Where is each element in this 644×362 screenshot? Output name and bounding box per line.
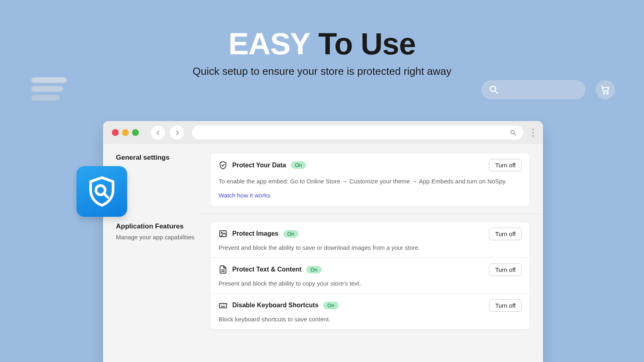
maximize-window-icon[interactable] xyxy=(132,129,139,136)
application-features-sub: Manage your app capabilities xyxy=(116,234,204,241)
protect-images-title: Protect Images xyxy=(232,230,279,237)
watch-how-link[interactable]: Watch how it works xyxy=(219,192,270,199)
forward-button[interactable] xyxy=(170,125,184,140)
svg-point-9 xyxy=(221,232,222,233)
protect-data-card: Protect Your Data On Turn off To enable … xyxy=(210,153,530,207)
disable-keyboard-title: Disable Keyboard Shortcuts xyxy=(232,302,318,309)
shield-check-icon xyxy=(219,161,227,170)
back-button[interactable] xyxy=(151,125,165,140)
image-icon xyxy=(219,229,227,238)
svg-rect-12 xyxy=(219,303,227,308)
app-logo xyxy=(76,166,127,217)
arrow-left-icon xyxy=(155,129,162,136)
browser-window: General settings Protect Your Data On Tu… xyxy=(103,121,543,362)
turn-off-button[interactable]: Turn off xyxy=(489,263,522,276)
document-icon xyxy=(219,265,227,274)
hero-title: EASY To Use xyxy=(0,26,644,61)
shield-search-icon xyxy=(85,175,118,208)
status-badge-on: On xyxy=(283,230,298,238)
more-menu-button[interactable] xyxy=(532,128,534,137)
disable-keyboard-row: Disable Keyboard Shortcuts On Turn off B… xyxy=(211,294,530,329)
turn-off-button[interactable]: Turn off xyxy=(489,159,522,171)
protect-text-title: Protect Text & Content xyxy=(232,266,301,273)
cart-icon xyxy=(600,84,611,95)
disable-keyboard-desc: Block keyboard shortcuts to save content… xyxy=(219,316,522,323)
turn-off-button[interactable]: Turn off xyxy=(489,228,522,240)
turn-off-button[interactable]: Turn off xyxy=(489,299,522,312)
hero-title-rest: To Use xyxy=(310,27,416,61)
search-icon xyxy=(510,129,517,136)
status-badge-on: On xyxy=(306,266,321,274)
svg-point-2 xyxy=(603,93,605,94)
protect-text-desc: Present and block the ability to copy yo… xyxy=(219,280,522,287)
protect-images-row: Protect Images On Turn off Prevent and b… xyxy=(211,222,530,257)
protect-text-row: Protect Text & Content On Turn off Prese… xyxy=(211,258,530,293)
hero-subtitle: Quick setup to ensure your store is prot… xyxy=(0,65,644,78)
address-bar[interactable] xyxy=(192,125,523,140)
keyboard-icon xyxy=(219,301,227,310)
svg-point-3 xyxy=(607,93,608,94)
search-icon xyxy=(489,84,499,95)
protect-data-title: Protect Your Data xyxy=(232,162,286,169)
window-traffic-lights xyxy=(112,129,139,136)
protect-images-desc: Prevent and block the ability to save or… xyxy=(219,244,522,251)
status-badge-on: On xyxy=(323,302,338,309)
status-badge-on: On xyxy=(291,161,306,169)
hero-title-bold: EASY xyxy=(229,27,310,61)
svg-line-1 xyxy=(495,91,497,93)
svg-line-7 xyxy=(514,133,516,135)
arrow-right-icon xyxy=(173,129,181,136)
hamburger-menu-icon[interactable] xyxy=(31,77,67,104)
features-card: Protect Images On Turn off Prevent and b… xyxy=(210,222,530,329)
browser-titlebar xyxy=(103,121,543,144)
protect-data-desc: To enable the app embed: Go to Online St… xyxy=(219,177,522,186)
general-settings-heading: General settings xyxy=(116,154,204,162)
svg-line-5 xyxy=(104,193,108,197)
cart-button[interactable] xyxy=(596,80,615,99)
search-input[interactable] xyxy=(481,80,585,99)
minimize-window-icon[interactable] xyxy=(122,129,129,136)
close-window-icon[interactable] xyxy=(112,129,119,136)
application-features-heading: Application Features xyxy=(116,222,204,230)
